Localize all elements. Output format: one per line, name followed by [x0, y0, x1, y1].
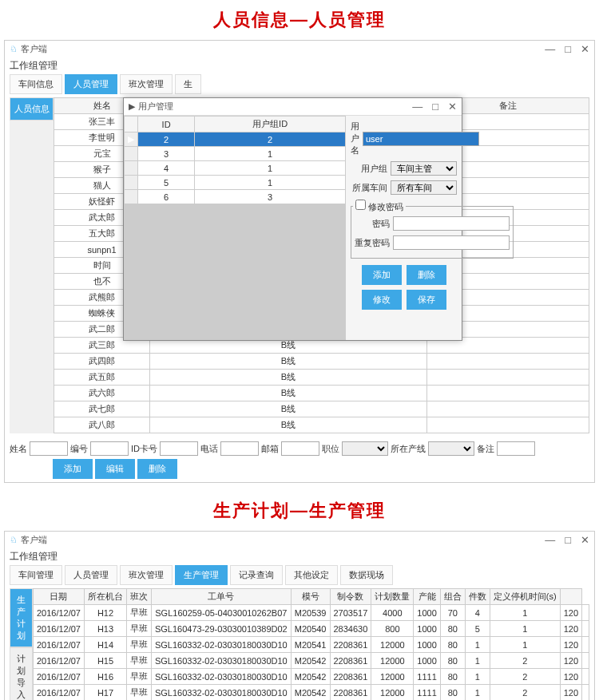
section1-title: 人员信息—人员管理: [0, 8, 599, 32]
input-姓名[interactable]: [30, 441, 68, 456]
input-ID卡号[interactable]: [160, 441, 198, 456]
col-header: 模号: [291, 589, 330, 605]
workshop-select[interactable]: 所有车间: [391, 180, 457, 195]
username-label: 用户名: [351, 121, 363, 156]
label-ID卡号: ID卡号: [131, 443, 157, 455]
label-编号: 编号: [70, 443, 88, 455]
table-row[interactable]: 41: [125, 161, 346, 176]
app-icon: ♘: [10, 535, 18, 545]
btn-添加[interactable]: 添加: [362, 265, 402, 285]
close-button[interactable]: ✕: [581, 43, 589, 55]
btn-保存[interactable]: 保存: [407, 290, 446, 310]
window2: ♘ 客户端 — □ ✕ 工作组管理 车间管理人员管理班次管理生产管理记录查询其他…: [4, 531, 595, 700]
table-row[interactable]: 2016/12/07H15早班SGL160332-02-03030180030D…: [33, 653, 589, 669]
btn-删除[interactable]: 删除: [407, 265, 446, 285]
col-header: 计划数量: [371, 589, 414, 605]
pwd-fieldset: 修改密码 密码 重复密码: [351, 200, 514, 259]
tab-人员管理[interactable]: 人员管理: [65, 74, 117, 94]
user-dialog: ▶ 用户管理 — □ ✕ ID用户组ID▶2231415163 用户名 用户组车…: [123, 97, 462, 341]
dialog-icon: ▶: [129, 101, 135, 112]
app-title: 客户端: [21, 534, 47, 546]
dialog-title: 用户管理: [138, 101, 173, 113]
col-header: 件数: [465, 589, 490, 605]
table-row[interactable]: 武八郎B线: [54, 417, 589, 433]
input-编号[interactable]: [90, 441, 129, 456]
table-row[interactable]: 2016/12/07H13早班SGL160473-29-03030010389D…: [33, 621, 589, 637]
col-header: 班次: [126, 589, 151, 605]
btn-修改[interactable]: 修改: [362, 290, 402, 310]
tab-生[interactable]: 生: [175, 74, 201, 94]
col-header: 用户组ID: [195, 117, 346, 132]
table-row[interactable]: 武七郎B线: [54, 401, 589, 417]
tab-车间信息[interactable]: 车间信息: [10, 74, 62, 94]
tab-人员管理[interactable]: 人员管理: [65, 565, 117, 585]
col-header: 组合: [440, 589, 465, 605]
table-row[interactable]: 2016/12/07H17早班SGL160332-02-03030180030D…: [33, 685, 589, 701]
table-row[interactable]: 2016/12/07H12早班SGL160259-05-04030010262B…: [33, 605, 589, 621]
col-header: 定义停机时间(s): [490, 589, 560, 605]
pwd-input[interactable]: [393, 216, 510, 231]
tab-数据现场[interactable]: 数据现场: [340, 565, 393, 585]
input-邮箱[interactable]: [281, 441, 319, 456]
sideitem-计划导入[interactable]: 计划导入: [10, 647, 33, 700]
min-button[interactable]: —: [545, 534, 555, 546]
btn-删除[interactable]: 删除: [137, 459, 177, 479]
usergroup-label: 用户组: [351, 163, 391, 175]
table-row[interactable]: 63: [125, 190, 346, 204]
table-row[interactable]: ▶22: [125, 132, 346, 147]
table-row[interactable]: 31: [125, 147, 346, 161]
col-header: 制令数: [330, 589, 371, 605]
input-电话[interactable]: [220, 441, 259, 456]
max-button[interactable]: □: [565, 534, 571, 546]
label-职位: 职位: [322, 443, 339, 455]
titlebar1: ♘ 客户端 — □ ✕: [5, 41, 594, 57]
max-button[interactable]: □: [565, 43, 571, 55]
table-row[interactable]: 武五郎B线: [54, 370, 589, 386]
btn-添加[interactable]: 添加: [53, 459, 93, 479]
prod-table[interactable]: 日期所在机台班次工单号模号制令数计划数量产能组合件数定义停机时间(s)2016/…: [33, 588, 589, 700]
btn-编辑[interactable]: 编辑: [95, 459, 135, 479]
pwd2-input[interactable]: [393, 235, 510, 250]
tab-车间管理[interactable]: 车间管理: [10, 565, 62, 585]
modifypwd-check[interactable]: [355, 200, 366, 210]
tab-生产管理[interactable]: 生产管理: [175, 565, 228, 585]
sideitem-生产计划[interactable]: 生产计划: [10, 588, 33, 647]
input-所在产线[interactable]: [428, 441, 474, 456]
username-input[interactable]: [363, 132, 479, 146]
subtitle1: 工作组管理: [5, 57, 594, 74]
subtitle2: 工作组管理: [5, 548, 594, 565]
tab-记录查询[interactable]: 记录查询: [230, 565, 283, 585]
label-姓名: 姓名: [10, 443, 27, 455]
label-备注: 备注: [477, 443, 494, 455]
table-row[interactable]: 51: [125, 176, 346, 190]
dialog-table[interactable]: ID用户组ID▶2231415163: [124, 116, 346, 204]
input-职位[interactable]: [342, 441, 388, 456]
dialog-close[interactable]: ✕: [448, 101, 457, 113]
close-button[interactable]: ✕: [581, 534, 589, 546]
app-title: 客户端: [21, 43, 47, 55]
dialog-min[interactable]: —: [412, 101, 422, 113]
sideitem-人员信息[interactable]: 人员信息: [10, 97, 54, 121]
col-header: 所在机台: [84, 589, 126, 605]
tab-班次管理[interactable]: 班次管理: [120, 565, 173, 585]
app-icon: ♘: [10, 44, 18, 54]
window1: ♘ 客户端 — □ ✕ 工作组管理 车间信息人员管理班次管理生 人员信息 姓名所…: [4, 40, 595, 483]
pwd2-label: 重复密码: [353, 237, 393, 249]
label-邮箱: 邮箱: [261, 443, 279, 455]
workshop-label: 所属车间: [351, 182, 391, 194]
section2-title: 生产计划—生产管理: [0, 499, 599, 523]
table-row[interactable]: 武六郎B线: [54, 386, 589, 401]
input-备注[interactable]: [497, 441, 535, 456]
tab-其他设定[interactable]: 其他设定: [285, 565, 338, 585]
col-header: 产能: [414, 589, 440, 605]
table-row[interactable]: 2016/12/07H14早班SGL160332-02-03030180030D…: [33, 637, 589, 653]
titlebar2: ♘ 客户端 — □ ✕: [5, 532, 594, 548]
min-button[interactable]: —: [545, 43, 555, 55]
dialog-max[interactable]: □: [432, 101, 438, 113]
tab-班次管理[interactable]: 班次管理: [120, 74, 173, 94]
usergroup-select[interactable]: 车间主管: [391, 161, 457, 176]
table-row[interactable]: 武四郎B线: [54, 354, 589, 370]
pwd-label: 密码: [353, 218, 393, 230]
table-row[interactable]: 2016/12/07H16早班SGL160332-02-03030180030D…: [33, 669, 589, 685]
col-header: 工单号: [151, 589, 291, 605]
